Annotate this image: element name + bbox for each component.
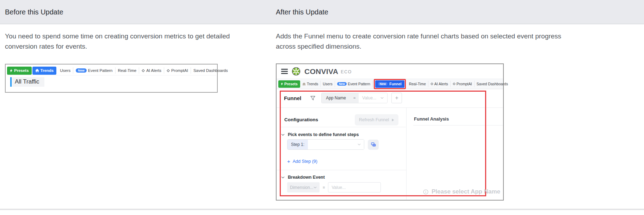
empty-state-message: Please select App Name	[423, 188, 500, 195]
page-title-label: All Traffic	[15, 78, 39, 85]
new-badge: New	[378, 82, 388, 86]
before-description: You need to spend some time on creating …	[5, 31, 232, 51]
before-column-heading: Before this Update	[5, 8, 63, 16]
nav-tab-users[interactable]: Users	[57, 67, 73, 74]
add-filter-button[interactable]: +	[391, 93, 402, 103]
nav-tab-funnel[interactable]: New Funnel	[375, 80, 404, 88]
breakdown-operator: =	[323, 185, 325, 190]
empty-state-label: Please select App Name	[432, 188, 500, 195]
nav-tab-presets-label: Presets	[14, 68, 29, 73]
nav-tab-event-pattern-label: Event Pattern	[88, 68, 113, 73]
pick-events-section-header[interactable]: Pick events to define funnel steps	[281, 132, 359, 137]
nav-tab-users-label: Users	[323, 82, 332, 86]
filter-field-chip[interactable]: App Name	[322, 93, 350, 103]
funnel-view: Funnel App Name = Value... +	[277, 90, 503, 200]
diamond-icon	[142, 69, 145, 72]
nav-tab-saved-dashboards[interactable]: Saved Dashboards	[475, 81, 510, 87]
nav-tab-saved-dashboards[interactable]: Saved Dashboards	[191, 67, 230, 74]
add-step-label: Add Step (9)	[293, 159, 317, 164]
page-title: All Traffic	[10, 77, 44, 87]
after-screenshot: CONVIVA ECO Presets Trends Users New Eve…	[276, 63, 504, 201]
pick-events-section-label: Pick events to define funnel steps	[288, 132, 359, 137]
nav-tab-promptai-label: PromptAI	[457, 82, 472, 86]
brand-suffix: ECO	[341, 69, 352, 74]
menu-icon[interactable]	[281, 69, 288, 74]
funnel-filter-row: Funnel App Name = Value... +	[284, 93, 402, 103]
row-divider	[0, 209, 644, 210]
nav-tab-promptai-label: PromptAI	[171, 68, 188, 73]
filter-funnel-icon[interactable]	[310, 96, 315, 100]
funnel-view-title: Funnel	[284, 95, 301, 101]
step1-label: Step 1:	[287, 140, 308, 149]
app-name-filter: App Name = Value...	[321, 93, 388, 103]
conviva-logo-icon	[291, 67, 301, 76]
chevron-down-icon	[281, 134, 285, 136]
chevron-down-icon	[281, 176, 285, 179]
nav-tab-event-pattern[interactable]: New Event Pattern	[335, 81, 373, 87]
funnel-tab-highlight: New Funnel	[374, 79, 406, 89]
plus-icon: +	[287, 159, 290, 164]
new-badge: New	[76, 68, 87, 73]
nav-tab-event-pattern-label: Event Pattern	[348, 82, 370, 86]
divider	[277, 108, 503, 108]
after-column-heading: After this Update	[276, 8, 328, 16]
filter-value-placeholder: Value...	[362, 96, 376, 100]
bolt-icon	[10, 69, 13, 73]
nav-tab-ai-alerts-label: AI Alerts	[146, 68, 161, 73]
nav-tab-ai-alerts[interactable]: AI Alerts	[139, 67, 164, 74]
nav-tab-trends-label: Trends	[41, 68, 54, 73]
plus-icon: +	[395, 95, 398, 101]
before-nav-bar: Presets Trends Users New Event Pattern R…	[7, 66, 216, 75]
add-step-button[interactable]: + Add Step (9)	[287, 159, 317, 164]
nav-tab-trends[interactable]: Trends	[32, 67, 57, 75]
breakdown-row: Dimension... =	[287, 182, 381, 192]
nav-tab-presets-label: Presets	[284, 82, 298, 86]
dimension-placeholder: Dimension...	[290, 185, 314, 190]
after-description: Adds the Funnel menu to create conversio…	[276, 31, 574, 51]
nav-tab-users-label: Users	[60, 68, 70, 73]
app-top-bar: CONVIVA ECO	[277, 64, 503, 79]
funnel-analysis-title: Funnel Analysis	[414, 116, 449, 122]
nav-tab-event-pattern[interactable]: New Event Pattern	[73, 67, 115, 74]
nav-tab-saved-dashboards-label: Saved Dashboards	[477, 82, 508, 86]
breakdown-section-header[interactable]: Breakdown Event	[281, 175, 325, 180]
bolt-icon	[281, 82, 283, 86]
nav-tab-funnel-label: Funnel	[389, 82, 401, 86]
configurations-title: Configurations	[284, 117, 318, 122]
nav-tab-real-time[interactable]: Real-Time	[407, 81, 428, 87]
after-nav-bar: Presets Trends Users New Event Pattern N…	[277, 79, 503, 89]
nav-tab-real-time[interactable]: Real-Time	[116, 67, 140, 74]
chevron-down-icon	[358, 143, 361, 146]
play-icon	[392, 118, 394, 122]
filter-value-dropdown[interactable]: Value...	[359, 93, 387, 103]
home-icon	[35, 69, 39, 72]
home-icon	[302, 82, 306, 86]
chevron-down-icon	[314, 186, 317, 189]
new-badge: New	[337, 82, 347, 86]
diamond-icon	[453, 82, 456, 85]
breakdown-value-input[interactable]	[328, 182, 381, 192]
release-notes-comparison: Before this Update After this Update You…	[0, 0, 644, 215]
brand-name: CONVIVA	[304, 67, 338, 76]
nav-tab-presets[interactable]: Presets	[278, 80, 300, 88]
nav-tab-promptai[interactable]: PromptAI	[164, 67, 191, 74]
breakdown-section-label: Breakdown Event	[288, 175, 325, 180]
nav-tab-saved-dashboards-label: Saved Dashboards	[193, 68, 228, 73]
diamond-icon	[431, 82, 433, 85]
dimension-select[interactable]: Dimension...	[287, 182, 320, 192]
refresh-funnel-button[interactable]: Refresh Funnel	[355, 114, 398, 125]
panel-divider	[406, 108, 407, 200]
nav-tab-users[interactable]: Users	[321, 81, 335, 87]
nav-tab-presets[interactable]: Presets	[7, 67, 32, 75]
filter-operator: =	[350, 93, 359, 103]
step1-event-select[interactable]: Step 1:	[287, 139, 364, 150]
nav-tab-real-time-label: Real-Time	[409, 82, 426, 86]
nav-tab-ai-alerts-label: AI Alerts	[434, 82, 448, 86]
nav-tab-ai-alerts[interactable]: AI Alerts	[428, 81, 451, 87]
before-screenshot: Presets Trends Users New Event Pattern R…	[5, 64, 218, 93]
step-branch-button[interactable]	[368, 140, 379, 150]
nav-tab-trends[interactable]: Trends	[300, 81, 321, 87]
step1-value	[308, 140, 364, 149]
nav-tab-real-time-label: Real-Time	[118, 68, 137, 73]
nav-tab-promptai[interactable]: PromptAI	[451, 81, 475, 87]
